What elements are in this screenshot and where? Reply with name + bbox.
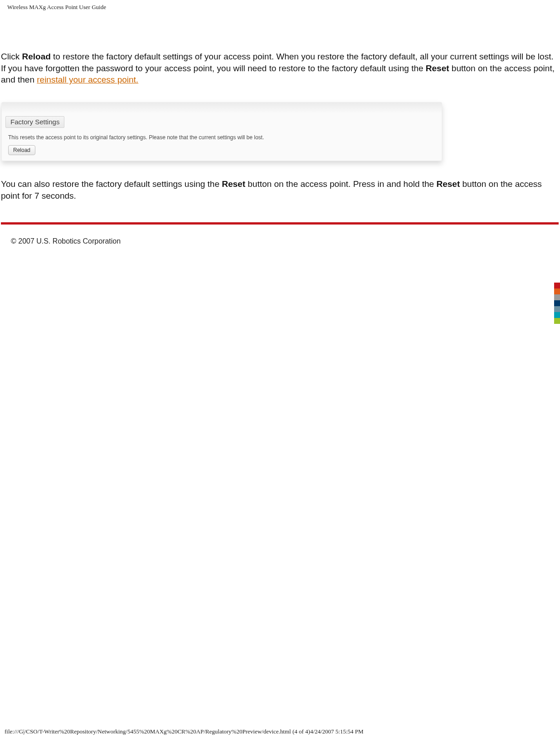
color-block-1	[554, 288, 560, 294]
panel-paper: Factory Settings This resets the access …	[1, 102, 442, 161]
label-reset: Reset	[436, 179, 460, 189]
label-reload: Reload	[22, 52, 50, 61]
label-reset: Reset	[426, 64, 449, 73]
red-divider	[1, 222, 559, 225]
factory-settings-panel: Factory Settings This resets the access …	[1, 102, 442, 161]
color-stack	[554, 283, 560, 324]
label-reset: Reset	[222, 179, 245, 189]
panel-legend: Factory Settings	[5, 116, 64, 128]
color-block-2	[554, 294, 560, 300]
para-reset-instructions: You can also restore the factory default…	[1, 178, 559, 201]
text-segment: You can also restore the factory default…	[1, 179, 222, 189]
text-segment: Click	[1, 52, 22, 61]
text-segment: button on the access point. Press in and…	[245, 179, 436, 189]
color-block-0	[554, 283, 560, 288]
page-header: Wireless MAXg Access Point User Guide	[0, 0, 560, 15]
reinstall-link[interactable]: reinstall your access point.	[37, 75, 138, 84]
copyright-text: © 2007 U.S. Robotics Corporation	[1, 237, 559, 245]
content: Click Reload to restore the factory defa…	[0, 15, 560, 245]
reload-button[interactable]: Reload	[8, 145, 35, 155]
page-footer: file:///G|/CSO/T-Writer%20Repository/Net…	[5, 728, 364, 735]
para-reload-instructions: Click Reload to restore the factory defa…	[1, 51, 559, 86]
color-block-4	[554, 306, 560, 312]
panel-description: This resets the access point to its orig…	[8, 134, 435, 141]
color-block-6	[554, 318, 560, 324]
color-block-3	[554, 300, 560, 306]
color-block-5	[554, 312, 560, 318]
